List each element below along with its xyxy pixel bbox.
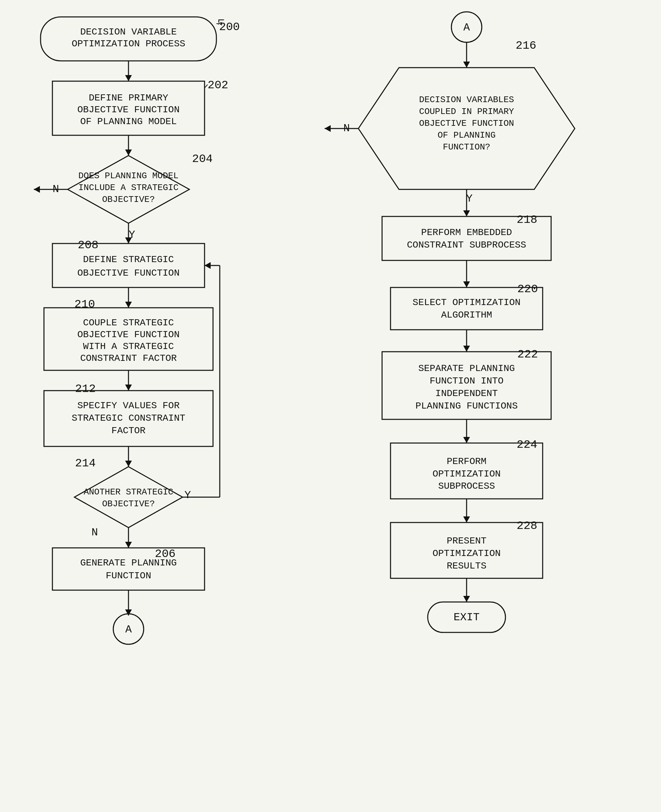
- svg-text:COUPLE STRATEGIC: COUPLE STRATEGIC: [83, 318, 174, 328]
- svg-text:222: 222: [517, 348, 538, 361]
- svg-text:INCLUDE A STRATEGIC: INCLUDE A STRATEGIC: [78, 183, 179, 193]
- svg-text:PRESENT: PRESENT: [447, 536, 487, 546]
- svg-text:OBJECTIVE?: OBJECTIVE?: [102, 195, 155, 205]
- svg-text:STRATEGIC CONSTRAINT: STRATEGIC CONSTRAINT: [72, 413, 185, 424]
- svg-text:228: 228: [517, 519, 537, 532]
- svg-text:224: 224: [517, 438, 537, 451]
- svg-text:ANOTHER STRATEGIC: ANOTHER STRATEGIC: [83, 487, 173, 497]
- svg-text:FUNCTION INTO: FUNCTION INTO: [430, 376, 503, 386]
- svg-text:OPTIMIZATION: OPTIMIZATION: [433, 469, 501, 479]
- svg-text:210: 210: [74, 298, 95, 311]
- svg-text:220: 220: [517, 283, 538, 296]
- svg-text:DECISION VARIABLES: DECISION VARIABLES: [419, 95, 514, 105]
- svg-text:GENERATE PLANNING: GENERATE PLANNING: [80, 558, 177, 568]
- svg-text:204: 204: [192, 152, 213, 165]
- svg-text:214: 214: [75, 457, 96, 470]
- svg-text:PERFORM EMBEDDED: PERFORM EMBEDDED: [421, 227, 512, 238]
- svg-text:Y: Y: [128, 229, 135, 241]
- svg-text:DEFINE STRATEGIC: DEFINE STRATEGIC: [83, 254, 174, 265]
- svg-text:202: 202: [208, 79, 228, 92]
- svg-text:⌐: ⌐: [218, 14, 225, 27]
- svg-text:OBJECTIVE FUNCTION: OBJECTIVE FUNCTION: [419, 118, 514, 128]
- svg-text:WITH A STRATEGIC: WITH A STRATEGIC: [83, 341, 174, 352]
- svg-text:FUNCTION: FUNCTION: [106, 571, 151, 581]
- svg-text:OBJECTIVE FUNCTION: OBJECTIVE FUNCTION: [77, 268, 180, 278]
- svg-text:212: 212: [75, 382, 96, 395]
- svg-text:OBJECTIVE FUNCTION: OBJECTIVE FUNCTION: [77, 329, 180, 340]
- svg-text:CONSTRAINT SUBPROCESS: CONSTRAINT SUBPROCESS: [407, 240, 527, 250]
- svg-text:216: 216: [516, 39, 536, 52]
- svg-text:SELECT OPTIMIZATION: SELECT OPTIMIZATION: [412, 297, 520, 308]
- svg-text:SPECIFY VALUES FOR: SPECIFY VALUES FOR: [77, 400, 180, 411]
- svg-text:FACTOR: FACTOR: [112, 425, 146, 436]
- svg-text:218: 218: [517, 213, 537, 226]
- svg-text:OF PLANNING MODEL: OF PLANNING MODEL: [80, 116, 177, 127]
- svg-text:A: A: [125, 623, 132, 636]
- svg-text:A: A: [463, 21, 470, 34]
- svg-text:DEFINE PRIMARY: DEFINE PRIMARY: [89, 93, 168, 103]
- svg-text:CONSTRAINT FACTOR: CONSTRAINT FACTOR: [80, 353, 177, 364]
- svg-text:SEPARATE PLANNING: SEPARATE PLANNING: [418, 363, 515, 374]
- svg-text:OBJECTIVE?: OBJECTIVE?: [102, 499, 155, 509]
- svg-text:EXIT: EXIT: [454, 611, 480, 623]
- svg-text:FUNCTION?: FUNCTION?: [443, 142, 490, 152]
- svg-text:OPTIMIZATION PROCESS: OPTIMIZATION PROCESS: [72, 38, 185, 49]
- svg-text:SUBPROCESS: SUBPROCESS: [438, 481, 495, 491]
- svg-text:ALGORITHM: ALGORITHM: [441, 310, 492, 320]
- svg-text:Y: Y: [184, 489, 191, 502]
- svg-text:OF PLANNING: OF PLANNING: [437, 130, 496, 141]
- svg-text:PERFORM: PERFORM: [447, 456, 487, 467]
- svg-text:INDEPENDENT: INDEPENDENT: [436, 388, 498, 399]
- svg-text:DECISION VARIABLE: DECISION VARIABLE: [80, 27, 177, 37]
- svg-text:OBJECTIVE FUNCTION: OBJECTIVE FUNCTION: [77, 104, 180, 115]
- diagram-container: DECISION VARIABLE OPTIMIZATION PROCESS 2…: [0, 0, 661, 812]
- svg-text:PLANNING FUNCTIONS: PLANNING FUNCTIONS: [415, 401, 517, 411]
- svg-text:DOES PLANNING MODEL: DOES PLANNING MODEL: [78, 171, 179, 181]
- svg-text:208: 208: [78, 239, 98, 252]
- flowchart-svg: DECISION VARIABLE OPTIMIZATION PROCESS 2…: [0, 0, 661, 812]
- svg-text:OPTIMIZATION: OPTIMIZATION: [433, 548, 501, 559]
- svg-text:N: N: [91, 526, 98, 539]
- svg-text:COUPLED IN PRIMARY: COUPLED IN PRIMARY: [419, 107, 514, 117]
- svg-text:RESULTS: RESULTS: [447, 561, 487, 571]
